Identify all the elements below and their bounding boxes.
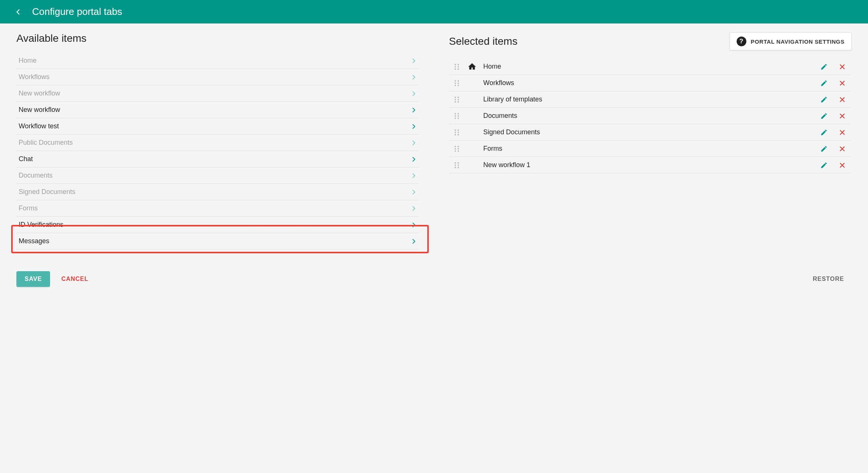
available-item-label: Public Documents — [19, 139, 411, 147]
chevron-right-icon[interactable] — [411, 91, 417, 97]
available-item-label: Workflows — [19, 73, 411, 81]
svg-point-23 — [458, 118, 459, 119]
delete-icon[interactable] — [837, 145, 848, 152]
available-row[interactable]: Public Documents — [16, 135, 419, 151]
chevron-right-icon[interactable] — [411, 107, 417, 113]
selected-item-label: Workflows — [483, 79, 811, 87]
svg-point-32 — [455, 148, 456, 150]
edit-icon[interactable] — [818, 96, 830, 103]
svg-point-11 — [458, 85, 459, 86]
available-item-label: Forms — [19, 204, 411, 212]
svg-point-21 — [458, 115, 459, 117]
selected-row: Documents — [449, 108, 852, 124]
available-row[interactable]: New workflow — [16, 102, 419, 118]
available-row[interactable]: New workflow — [16, 85, 419, 102]
svg-point-41 — [458, 167, 459, 168]
selected-row: Workflows — [449, 75, 852, 91]
chevron-right-icon[interactable] — [411, 156, 417, 162]
available-item-label: Messages — [19, 237, 411, 245]
delete-icon[interactable] — [837, 63, 848, 70]
delete-icon[interactable] — [837, 96, 848, 103]
help-icon: ? — [737, 37, 746, 46]
portal-nav-label: PORTAL NAVIGATION SETTINGS — [751, 38, 844, 45]
available-item-label: Chat — [19, 155, 411, 163]
svg-point-26 — [455, 132, 456, 133]
selected-item-label: Forms — [483, 145, 811, 153]
svg-point-40 — [455, 167, 456, 168]
delete-icon[interactable] — [837, 80, 848, 87]
svg-point-6 — [455, 80, 456, 82]
cancel-button[interactable]: CANCEL — [61, 276, 88, 282]
selected-item-label: Signed Documents — [483, 128, 811, 136]
delete-icon[interactable] — [837, 129, 848, 136]
available-item-label: Workflow test — [19, 122, 411, 130]
chevron-right-icon[interactable] — [411, 238, 417, 244]
edit-icon[interactable] — [818, 79, 830, 87]
edit-icon[interactable] — [818, 63, 830, 71]
selected-list: HomeWorkflowsLibrary of templatesDocumen… — [449, 59, 852, 173]
available-title: Available items — [16, 32, 87, 44]
svg-point-28 — [455, 134, 456, 135]
available-row[interactable]: Messages — [16, 233, 419, 250]
restore-button[interactable]: RESTORE — [813, 276, 844, 282]
edit-icon[interactable] — [818, 112, 830, 120]
chevron-right-icon[interactable] — [411, 189, 417, 195]
drag-handle-icon[interactable] — [453, 112, 461, 120]
chevron-right-icon[interactable] — [411, 123, 417, 129]
edit-icon[interactable] — [818, 145, 830, 153]
svg-point-8 — [455, 82, 456, 84]
svg-point-16 — [455, 101, 456, 103]
edit-icon[interactable] — [818, 162, 830, 169]
chevron-right-icon[interactable] — [411, 58, 417, 64]
svg-point-35 — [458, 150, 459, 152]
svg-point-20 — [455, 115, 456, 117]
chevron-right-icon[interactable] — [411, 140, 417, 146]
svg-point-9 — [458, 82, 459, 84]
svg-point-14 — [455, 99, 456, 100]
available-row[interactable]: ID Verifications — [16, 217, 419, 233]
available-row[interactable]: Documents — [16, 167, 419, 184]
svg-point-10 — [455, 85, 456, 86]
svg-point-30 — [455, 146, 456, 147]
chevron-right-icon[interactable] — [411, 173, 417, 179]
svg-point-19 — [458, 113, 459, 115]
available-list: HomeWorkflowsNew workflowNew workflowWor… — [16, 53, 419, 250]
svg-point-38 — [455, 165, 456, 166]
svg-point-33 — [458, 148, 459, 150]
drag-handle-icon[interactable] — [453, 63, 461, 71]
back-icon[interactable] — [15, 9, 22, 15]
edit-icon[interactable] — [818, 129, 830, 136]
svg-point-0 — [455, 64, 456, 65]
available-column: Available items HomeWorkflowsNew workflo… — [16, 32, 419, 250]
selected-title: Selected items — [449, 35, 518, 47]
available-row[interactable]: Workflows — [16, 69, 419, 85]
delete-icon[interactable] — [837, 113, 848, 119]
available-row[interactable]: Workflow test — [16, 118, 419, 135]
available-item-label: Home — [19, 57, 411, 65]
drag-handle-icon[interactable] — [453, 96, 461, 103]
drag-handle-icon[interactable] — [453, 145, 461, 153]
chevron-right-icon[interactable] — [411, 222, 417, 228]
selected-row: Forms — [449, 141, 852, 157]
drag-handle-icon[interactable] — [453, 162, 461, 169]
available-row[interactable]: Chat — [16, 151, 419, 167]
save-button[interactable]: SAVE — [16, 271, 50, 287]
home-icon — [468, 63, 477, 71]
svg-point-37 — [458, 162, 459, 164]
drag-handle-icon[interactable] — [453, 79, 461, 87]
available-row[interactable]: Home — [16, 53, 419, 69]
drag-handle-icon[interactable] — [453, 129, 461, 136]
selected-item-label: Home — [483, 63, 811, 71]
svg-point-18 — [455, 113, 456, 115]
selected-column: Selected items ? PORTAL NAVIGATION SETTI… — [449, 32, 852, 250]
chevron-right-icon[interactable] — [411, 74, 417, 80]
portal-navigation-settings-button[interactable]: ? PORTAL NAVIGATION SETTINGS — [730, 32, 852, 50]
delete-icon[interactable] — [837, 162, 848, 169]
available-row[interactable]: Signed Documents — [16, 184, 419, 200]
selected-item-label: Library of templates — [483, 95, 811, 103]
available-item-label: New workflow — [19, 90, 411, 97]
header-bar: Configure portal tabs — [0, 0, 868, 24]
available-item-label: Signed Documents — [19, 188, 411, 196]
available-row[interactable]: Forms — [16, 200, 419, 217]
chevron-right-icon[interactable] — [411, 206, 417, 212]
